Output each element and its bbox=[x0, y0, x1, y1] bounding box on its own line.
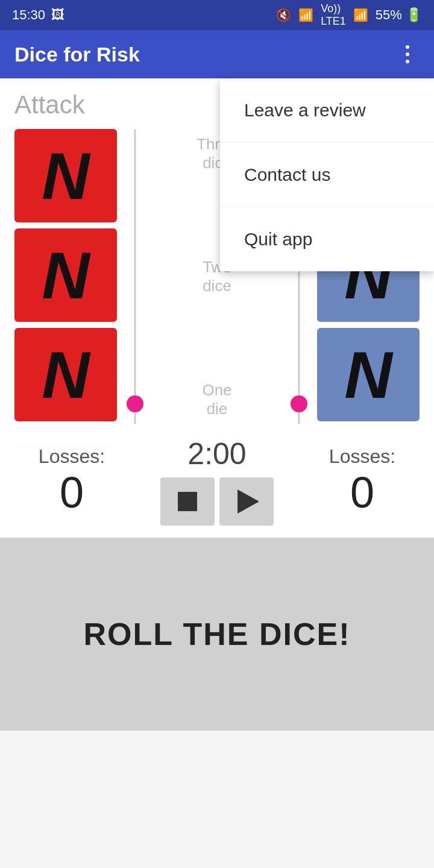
roll-button[interactable]: ROLL THE DICE! bbox=[83, 616, 350, 652]
menu-item-contact-us[interactable]: Contact us bbox=[220, 143, 434, 207]
mute-icon: 🔇 bbox=[276, 8, 291, 22]
menu-item-quit-app[interactable]: Quit app bbox=[220, 207, 434, 271]
defend-losses-label: Losses: bbox=[329, 445, 395, 468]
status-left: 15:30 🖼 bbox=[12, 7, 64, 23]
stop-button[interactable] bbox=[160, 477, 215, 526]
battery-display: 55% 🔋 bbox=[376, 7, 422, 23]
attack-losses-section: Losses: 0 bbox=[20, 445, 123, 517]
attack-losses-label: Losses: bbox=[39, 445, 105, 468]
play-icon bbox=[237, 489, 259, 514]
defend-die-3-letter: N bbox=[344, 342, 392, 408]
time-display: 15:30 bbox=[12, 7, 45, 23]
attack-die-1: N bbox=[14, 129, 117, 222]
menu-dot-1 bbox=[406, 45, 409, 49]
control-buttons bbox=[160, 477, 274, 526]
attack-die-3-letter: N bbox=[42, 342, 89, 408]
status-bar: 15:30 🖼 🔇 📶 Vo))LTE1 📶 55% 🔋 bbox=[0, 0, 434, 30]
lte-icon: Vo))LTE1 bbox=[321, 2, 346, 28]
stop-icon bbox=[178, 492, 197, 511]
app-bar: Dice for Risk bbox=[0, 30, 434, 78]
one-die-label: Onedie bbox=[202, 381, 231, 418]
attack-dice-column: N N N bbox=[14, 129, 117, 424]
app-title: Dice for Risk bbox=[14, 43, 140, 66]
play-button[interactable] bbox=[219, 477, 274, 526]
defend-losses-value: 0 bbox=[350, 468, 374, 517]
status-right: 🔇 📶 Vo))LTE1 📶 55% 🔋 bbox=[276, 2, 422, 28]
scores-row: Losses: 0 2:00 Losses: 0 bbox=[14, 436, 420, 526]
gallery-icon: 🖼 bbox=[51, 7, 64, 23]
menu-dot-2 bbox=[406, 52, 409, 56]
roll-section: ROLL THE DICE! bbox=[0, 538, 434, 731]
menu-item-leave-review[interactable]: Leave a review bbox=[220, 78, 434, 143]
attack-die-2-letter: N bbox=[42, 242, 89, 309]
dropdown-menu: Leave a review Contact us Quit app bbox=[220, 78, 434, 271]
wifi-icon: 📶 bbox=[298, 8, 313, 22]
attack-losses-value: 0 bbox=[60, 468, 84, 517]
attack-slider-thumb[interactable] bbox=[127, 395, 143, 412]
defend-losses-section: Losses: 0 bbox=[311, 445, 414, 517]
menu-dot-3 bbox=[406, 60, 409, 63]
signal-icon: 📶 bbox=[353, 8, 368, 22]
timer-display: 2:00 bbox=[187, 436, 246, 471]
defend-die-3: N bbox=[317, 328, 420, 421]
attack-die-3: N bbox=[14, 328, 117, 421]
attack-slider-track bbox=[134, 129, 136, 424]
center-controls: 2:00 bbox=[160, 436, 274, 526]
attack-slider[interactable] bbox=[117, 129, 153, 424]
attack-die-1-letter: N bbox=[42, 143, 89, 209]
overflow-menu-button[interactable] bbox=[395, 42, 420, 66]
defend-slider-thumb[interactable] bbox=[291, 395, 307, 412]
attack-die-2: N bbox=[14, 228, 117, 322]
